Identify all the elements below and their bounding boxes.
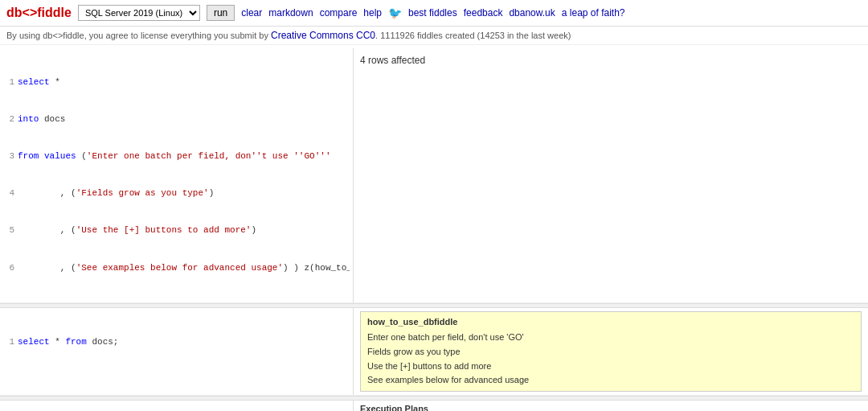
panel-row-1: 1select * 2into docs 3from values ('Ente… bbox=[0, 48, 868, 303]
nav-clear[interactable]: clear bbox=[241, 7, 262, 18]
site-logo[interactable]: db<>fiddle bbox=[6, 6, 72, 20]
sql-code-3[interactable]: 1 2-- a Execution Plans 3 4set statistic… bbox=[3, 404, 350, 411]
nav-markdown[interactable]: markdown bbox=[268, 7, 313, 18]
result-panel-3: Execution Plans Do this to get execution… bbox=[354, 401, 868, 411]
panel-row-2: 1select * from docs; how_to_use_dbfiddle… bbox=[0, 308, 868, 396]
main-content: 1select * 2into docs 3from values ('Ente… bbox=[0, 45, 868, 411]
panel-row-3: 1 2-- a Execution Plans 3 4set statistic… bbox=[0, 401, 868, 411]
tooltip-title: how_to_use_dbfiddle bbox=[367, 315, 854, 330]
nav-best-fiddles[interactable]: best fiddles bbox=[408, 7, 457, 18]
sql-editor-3[interactable]: 1 2-- a Execution Plans 3 4set statistic… bbox=[0, 401, 354, 411]
tooltip-line-1: Enter one batch per field, don't use 'GO… bbox=[367, 331, 854, 345]
twitter-icon: 🐦 bbox=[388, 6, 402, 19]
tagline-bar: By using db<>fiddle, you agree to licens… bbox=[0, 27, 868, 45]
sql-code-1[interactable]: 1select * 2into docs 3from values ('Ente… bbox=[3, 51, 350, 299]
nav-dbanow[interactable]: dbanow.uk bbox=[509, 7, 555, 18]
tooltip-line-2: Fields grow as you type bbox=[367, 345, 854, 360]
rows-affected-1: 4 rows affected bbox=[360, 51, 862, 69]
sql-editor-1[interactable]: 1select * 2into docs 3from values ('Ente… bbox=[0, 48, 354, 302]
result-panel-1: 4 rows affected bbox=[354, 48, 868, 302]
cc0-link[interactable]: Creative Commons CC0 bbox=[271, 30, 375, 41]
tooltip-box: how_to_use_dbfiddle Enter one batch per … bbox=[360, 311, 862, 392]
run-button[interactable]: run bbox=[207, 5, 235, 21]
sql-editor-2[interactable]: 1select * from docs; bbox=[0, 308, 354, 395]
result-panel-2: how_to_use_dbfiddle Enter one batch per … bbox=[354, 308, 868, 395]
nav-help[interactable]: help bbox=[363, 7, 382, 18]
exec-plans-title-3: Execution Plans bbox=[360, 404, 862, 411]
tooltip-line-3: Use the [+] buttons to add more bbox=[367, 360, 854, 374]
header: db<>fiddle SQL Server 2019 (Linux) MySQL… bbox=[0, 0, 868, 27]
tooltip-line-4: See examples below for advanced usage bbox=[367, 373, 854, 388]
nav-feedback[interactable]: feedback bbox=[464, 7, 503, 18]
nav-compare[interactable]: compare bbox=[320, 7, 358, 18]
nav-leap[interactable]: a leap of faith? bbox=[562, 7, 625, 18]
sql-code-2[interactable]: 1select * from docs; bbox=[3, 311, 350, 373]
db-selector[interactable]: SQL Server 2019 (Linux) MySQL 8.0 Postgr… bbox=[78, 5, 200, 21]
